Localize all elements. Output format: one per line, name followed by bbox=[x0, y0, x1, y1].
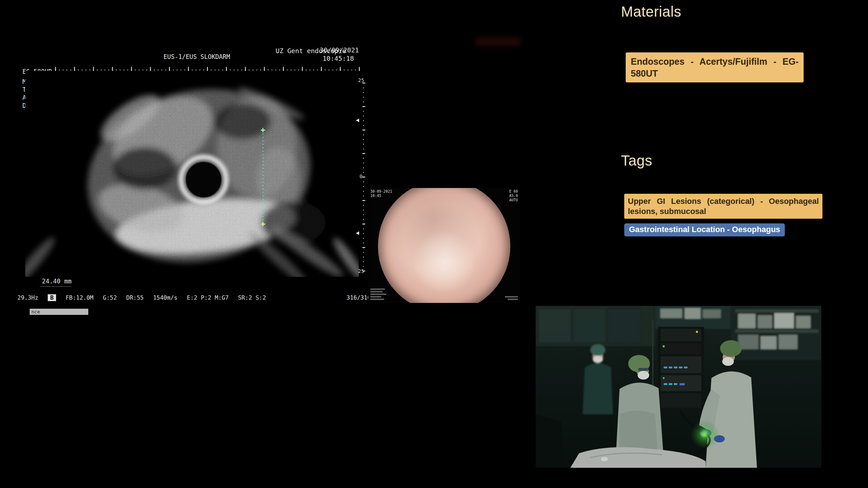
tag-chip-gi-location[interactable]: Gastrointestinal Location - Oesophagus bbox=[624, 223, 785, 236]
tag-chip-upper-gi-lesions[interactable]: Upper GI Lesions (categorical) - Oesopha… bbox=[624, 194, 822, 219]
focus-marker-arrow-top bbox=[356, 119, 359, 122]
us-status-bar: 29.3Hz B FB:12.0M G:52 DR:55 1540m/s E:2… bbox=[17, 294, 266, 301]
procedure-room-photo bbox=[536, 306, 821, 468]
endo-mode: AUTO bbox=[509, 198, 518, 202]
us-scale-bottom: 25 bbox=[358, 268, 364, 274]
measurement-underline bbox=[40, 286, 72, 287]
endo-exp: E 60 bbox=[509, 189, 518, 194]
procedure-room-video[interactable] bbox=[536, 306, 821, 468]
endo-osd-smalltext-right bbox=[503, 295, 518, 300]
us-time-label: 10:45:18 bbox=[323, 55, 354, 62]
us-image bbox=[25, 71, 359, 277]
status-speed: 1540m/s bbox=[153, 294, 177, 301]
tags-heading: Tags bbox=[621, 153, 652, 169]
status-framerate: 29.3Hz bbox=[17, 294, 38, 301]
focus-marker-arrow-bottom bbox=[356, 231, 359, 235]
us-date-label: 30/09/2021 bbox=[320, 46, 359, 54]
status-mode: B bbox=[48, 294, 56, 301]
annotation-review-app: EUS-1/EUS SLOKDARM UZ Gent endoscopie 30… bbox=[0, 0, 868, 488]
endo-time: 10:45 bbox=[370, 194, 392, 198]
us-station-label: EUS-1/EUS SLOKDARM bbox=[163, 53, 230, 60]
status-gain: G:52 bbox=[103, 294, 117, 301]
status-dr: DR:55 bbox=[126, 294, 144, 301]
us-scale-mid: 0 bbox=[359, 174, 362, 179]
faint-artifact bbox=[475, 37, 521, 46]
measurement-bar-label: nce bbox=[31, 309, 40, 314]
ultrasound-video[interactable]: EUS-1/EUS SLOKDARM UZ Gent endoscopie 30… bbox=[11, 40, 369, 304]
measurement-value: 24.40 mm bbox=[42, 278, 72, 285]
endo-date: 30-09-2021 bbox=[370, 189, 392, 194]
measurement-bar: nce bbox=[30, 309, 88, 315]
materials-heading: Materials bbox=[621, 4, 681, 20]
status-fb: FB:12.0M bbox=[65, 294, 93, 301]
us-depth-scale bbox=[362, 82, 366, 274]
status-enhance: E:2 P:2 M:G7 bbox=[187, 294, 229, 301]
status-sr: SR:2 S:2 bbox=[238, 294, 266, 301]
endo-iris: A5.0 bbox=[509, 194, 518, 198]
endo-osd-exposure: E 60 A5.0 AUTO bbox=[509, 189, 518, 202]
status-frame-counter: 316/316 bbox=[346, 294, 371, 301]
endo-osd-datetime: 30-09-2021 10:45 bbox=[370, 189, 392, 198]
material-chip-endoscope[interactable]: Endoscopes - Acertys/Fujifilm - EG-580UT bbox=[626, 52, 804, 82]
endoscopy-image bbox=[378, 188, 510, 303]
endo-osd-smalltext-left bbox=[370, 287, 388, 300]
endoscopy-video[interactable]: 30-09-2021 10:45 E 60 A5.0 AUTO bbox=[368, 188, 520, 303]
